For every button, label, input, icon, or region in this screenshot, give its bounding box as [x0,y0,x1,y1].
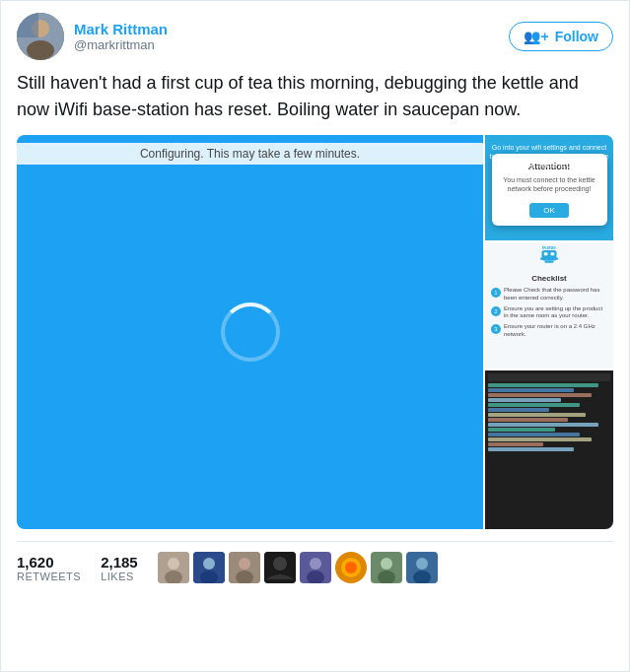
retweeter-avatar-4[interactable] [264,552,296,583]
code-line [488,418,568,422]
checklist-item-3: 3 Ensure your router is on a 2.4 GHz net… [491,323,607,339]
retweeter-avatar-2[interactable] [193,552,225,583]
code-screen [485,370,613,529]
user-info: Mark Rittman @markrittman [17,13,168,60]
retweeters-avatars [158,552,438,583]
code-header [488,373,610,381]
check-text-3: Ensure your router is on a 2.4 GHz netwo… [504,323,607,339]
media-right: Go into your wifi settings and connect t… [485,135,613,529]
code-line [488,403,580,407]
tweet-text: Still haven't had a first cup of tea thi… [17,70,613,123]
check-num-2: 2 [491,306,501,316]
retweeter-avatar-8[interactable] [406,552,438,583]
retweeter-avatar-1[interactable] [158,552,189,583]
retweeter-avatar-3[interactable] [229,552,260,583]
retweeter-avatar-6[interactable] [335,552,367,583]
svg-rect-9 [545,261,554,263]
user-text: Mark Rittman @markrittman [74,21,168,52]
svg-rect-6 [551,252,555,255]
checklist-panel-container[interactable]: iKettle Checklist 1 Please Check that th… [485,242,613,369]
instruction-text: Go into your wifi settings and connect t… [485,139,613,169]
code-line [488,433,580,437]
checklist-item-1: 1 Please Check that the password has bee… [491,287,607,302]
svg-rect-3 [17,13,38,37]
likes-label: LIKES [101,571,138,582]
likes-count: 2,185 [101,554,138,571]
svg-point-32 [416,558,428,570]
likes-stat: 2,185 LIKES [101,554,138,582]
checklist-title: Checklist [491,274,607,283]
follow-label: Follow [555,29,598,44]
tweet-card: Mark Rittman @markrittman 👥+ Follow Stil… [1,1,629,595]
code-line [488,398,561,402]
code-line [488,388,574,392]
media-left[interactable]: Configuring. This may take a few minutes… [17,135,483,529]
checklist-panel: iKettle Checklist 1 Please Check that th… [485,242,613,346]
user-handle[interactable]: @markrittman [74,37,168,52]
code-lines [488,383,610,451]
attention-panel[interactable]: Go into your wifi settings and connect t… [485,135,613,240]
code-line [488,442,543,446]
code-line [488,383,598,387]
stats: 1,620 RETWEETS 2,185 LIKES [17,554,138,582]
tweet-footer: 1,620 RETWEETS 2,185 LIKES [17,541,613,583]
code-line [488,423,598,427]
svg-point-29 [381,558,392,570]
retweeter-avatar-5[interactable] [300,552,331,583]
check-text-2: Ensure you are setting up the product in… [504,305,607,321]
svg-rect-7 [540,258,545,260]
retweets-count: 1,620 [17,554,81,571]
svg-point-18 [239,558,250,570]
avatar[interactable] [17,13,64,60]
code-line [488,408,549,412]
check-num-3: 3 [491,324,501,334]
loading-spinner [221,302,280,362]
svg-point-23 [310,558,321,570]
svg-rect-5 [544,252,548,255]
code-line [488,447,574,451]
svg-point-27 [345,562,357,573]
checklist-item-2: 2 Ensure you are setting up the product … [491,305,607,321]
dialog-body: You must connect to the kettle network b… [502,175,597,193]
retweeter-avatar-7[interactable] [371,552,402,583]
svg-point-21 [273,557,287,571]
avatar-image [17,13,64,60]
code-line [488,393,592,397]
ikettle-icon: iKettle [491,246,607,270]
svg-point-15 [203,558,215,570]
code-panel[interactable] [485,370,613,529]
svg-point-2 [27,40,54,60]
code-line [488,428,555,432]
svg-text:iKettle: iKettle [542,246,556,250]
attention-screen: Go into your wifi settings and connect t… [485,135,613,240]
code-line [488,437,592,441]
person-add-icon: 👥+ [524,29,548,44]
retweets-label: RETWEETS [17,571,81,582]
display-name[interactable]: Mark Rittman [74,21,168,37]
svg-rect-8 [554,258,559,260]
code-line [488,413,586,417]
retweets-stat: 1,620 RETWEETS [17,554,81,582]
configure-text: Configuring. This may take a few minutes… [17,143,483,165]
check-text-1: Please Check that the password has been … [504,287,607,302]
tweet-header: Mark Rittman @markrittman 👥+ Follow [17,13,613,60]
dialog-ok-button[interactable]: OK [529,203,569,218]
svg-point-12 [168,558,179,570]
check-num-1: 1 [491,288,501,298]
media-collage: Configuring. This may take a few minutes… [17,135,613,529]
follow-button[interactable]: 👥+ Follow [509,22,613,51]
